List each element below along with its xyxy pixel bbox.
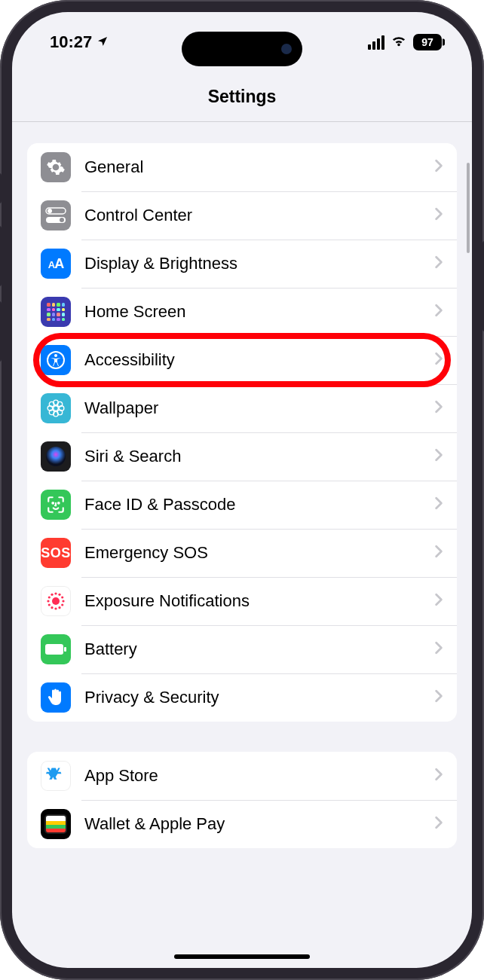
row-label: Accessibility [84, 350, 434, 370]
settings-row-siri-search[interactable]: Siri & Search [27, 432, 457, 481]
appstore-icon [41, 761, 71, 791]
cellular-signal-icon [368, 35, 384, 50]
svg-point-3 [60, 218, 64, 222]
row-label: App Store [84, 766, 434, 786]
svg-point-1 [47, 209, 52, 213]
chevron-right-icon [434, 400, 443, 417]
settings-row-accessibility[interactable]: Accessibility [27, 336, 457, 384]
settings-group-store: App StoreWallet & Apple Pay [27, 752, 457, 848]
settings-row-emergency-sos[interactable]: SOSEmergency SOS [27, 529, 457, 577]
chevron-right-icon [434, 816, 443, 832]
svg-point-18 [58, 502, 60, 504]
settings-row-control-center[interactable]: Control Center [27, 191, 457, 240]
flower-icon [41, 393, 71, 423]
siri-icon [41, 441, 71, 472]
row-label: Control Center [84, 206, 434, 225]
svg-point-31 [61, 596, 63, 598]
hand-icon [41, 682, 71, 713]
settings-row-general[interactable]: General [27, 143, 457, 191]
svg-point-29 [54, 592, 57, 594]
battery-icon [41, 634, 71, 664]
chevron-right-icon [434, 352, 443, 368]
row-label: Wallet & Apple Pay [84, 814, 434, 834]
chevron-right-icon [434, 448, 443, 465]
row-label: Wallpaper [84, 398, 434, 418]
svg-point-25 [48, 603, 51, 606]
chevron-right-icon [434, 545, 443, 561]
svg-point-6 [54, 354, 57, 357]
row-label: Face ID & Passcode [84, 495, 434, 514]
chevron-right-icon [434, 689, 443, 706]
svg-point-24 [51, 606, 53, 609]
nav-header: Settings [12, 72, 472, 122]
row-label: Display & Brightness [84, 254, 434, 273]
settings-row-exposure-notifications[interactable]: Exposure Notifications [27, 577, 457, 625]
settings-content: GeneralControl CenterAADisplay & Brightn… [12, 122, 472, 878]
svg-rect-33 [64, 647, 66, 652]
svg-point-21 [61, 603, 63, 606]
svg-point-7 [54, 406, 59, 411]
svg-rect-32 [45, 644, 63, 655]
battery-indicator: 97 [413, 34, 442, 50]
dynamic-island [182, 32, 302, 66]
home-indicator[interactable] [174, 954, 310, 959]
svg-point-20 [62, 600, 64, 602]
settings-row-app-store[interactable]: App Store [27, 752, 457, 800]
wifi-icon [391, 32, 407, 52]
settings-row-wallet-apple-pay[interactable]: Wallet & Apple Pay [27, 800, 457, 848]
app-grid-icon [41, 297, 71, 327]
chevron-right-icon [434, 593, 443, 609]
aa-icon: AA [41, 249, 71, 279]
chevron-right-icon [434, 641, 443, 658]
settings-row-face-id-passcode[interactable]: Face ID & Passcode [27, 481, 457, 529]
row-label: Exposure Notifications [84, 591, 434, 611]
status-time: 10:27 [50, 32, 92, 52]
faceid-icon [41, 490, 71, 520]
row-label: Battery [84, 640, 434, 659]
gear-icon [41, 152, 71, 182]
svg-point-27 [48, 596, 51, 598]
row-label: General [84, 157, 434, 177]
settings-row-display-brightness[interactable]: AADisplay & Brightness [27, 240, 457, 288]
row-label: Siri & Search [84, 447, 434, 466]
svg-point-16 [46, 447, 66, 466]
svg-point-28 [51, 594, 53, 596]
volume-up-button [0, 226, 2, 286]
page-title: Settings [208, 87, 277, 107]
wallet-icon [41, 809, 71, 839]
battery-level: 97 [421, 36, 433, 48]
exposure-icon [41, 586, 71, 616]
screen: 10:27 97 Settings GeneralCont [12, 12, 472, 968]
svg-point-26 [47, 600, 49, 602]
chevron-right-icon [434, 159, 443, 176]
settings-row-privacy-security[interactable]: Privacy & Security [27, 673, 457, 722]
row-label: Privacy & Security [84, 688, 434, 707]
svg-point-19 [52, 597, 60, 605]
settings-row-battery[interactable]: Battery [27, 625, 457, 673]
row-label: Home Screen [84, 302, 434, 322]
settings-group-system: GeneralControl CenterAADisplay & Brightn… [27, 143, 457, 722]
svg-point-17 [52, 502, 54, 504]
sos-icon: SOS [41, 538, 71, 568]
svg-point-30 [58, 594, 60, 596]
volume-down-button [0, 301, 2, 362]
location-icon [96, 32, 109, 52]
settings-row-home-screen[interactable]: Home Screen [27, 288, 457, 336]
mute-switch [0, 173, 2, 203]
chevron-right-icon [434, 768, 443, 784]
svg-point-22 [58, 606, 60, 609]
chevron-right-icon [434, 255, 443, 272]
accessibility-icon [41, 345, 71, 375]
settings-row-wallpaper[interactable]: Wallpaper [27, 384, 457, 432]
row-label: Emergency SOS [84, 543, 434, 563]
switches-icon [41, 200, 71, 230]
chevron-right-icon [434, 496, 443, 513]
chevron-right-icon [434, 304, 443, 320]
svg-point-23 [54, 607, 57, 609]
scroll-indicator[interactable] [467, 163, 470, 253]
chevron-right-icon [434, 207, 443, 224]
device-frame: 10:27 97 Settings GeneralCont [0, 0, 484, 980]
